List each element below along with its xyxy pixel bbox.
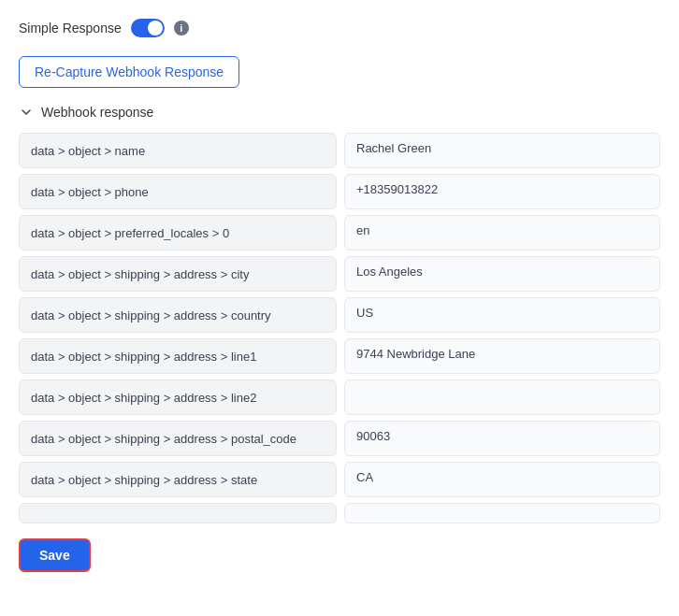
field-key: data > object > phone [19, 174, 337, 209]
simple-response-toggle[interactable] [131, 19, 165, 37]
table-row: data > object > shipping > address > sta… [19, 462, 660, 497]
field-value[interactable] [344, 462, 660, 497]
field-key: data > object > shipping > address > lin… [19, 380, 337, 415]
field-key: data > object > shipping > address > sta… [19, 462, 337, 497]
table-row: data > object > shipping > address > cit… [19, 256, 660, 292]
recapture-webhook-button[interactable]: Re-Capture Webhook Response [19, 56, 239, 88]
fields-container: data > object > namedata > object > phon… [19, 133, 660, 523]
save-section: Save [19, 538, 660, 572]
save-button[interactable]: Save [19, 538, 91, 572]
field-key: data > object > shipping > address > lin… [19, 338, 337, 374]
field-value[interactable] [344, 297, 660, 333]
table-row [19, 503, 660, 523]
field-value[interactable] [344, 421, 660, 456]
webhook-title: Webhook response [41, 105, 153, 120]
webhook-section: Webhook response data > object > namedat… [19, 105, 660, 523]
table-row: data > object > name [19, 133, 660, 168]
table-row: data > object > shipping > address > cou… [19, 297, 660, 333]
field-key: data > object > shipping > address > cou… [19, 297, 337, 333]
table-row: data > object > shipping > address > lin… [19, 380, 660, 415]
table-row: data > object > preferred_locales > 0 [19, 215, 660, 251]
top-bar: Simple Response i [19, 19, 660, 37]
field-value[interactable] [344, 338, 660, 374]
field-value[interactable] [344, 174, 660, 209]
simple-response-label: Simple Response [19, 21, 122, 36]
field-value[interactable] [344, 215, 660, 251]
chevron-down-icon [19, 105, 34, 120]
field-key [19, 503, 337, 523]
field-key: data > object > name [19, 133, 337, 168]
field-key: data > object > shipping > address > cit… [19, 256, 337, 292]
info-icon[interactable]: i [174, 21, 189, 36]
table-row: data > object > shipping > address > pos… [19, 421, 660, 456]
field-key: data > object > preferred_locales > 0 [19, 215, 337, 251]
webhook-header[interactable]: Webhook response [19, 105, 660, 120]
field-value[interactable] [344, 503, 660, 523]
table-row: data > object > phone [19, 174, 660, 209]
field-value[interactable] [344, 256, 660, 292]
field-key: data > object > shipping > address > pos… [19, 421, 337, 456]
field-value[interactable] [344, 380, 660, 415]
field-value[interactable] [344, 133, 660, 168]
table-row: data > object > shipping > address > lin… [19, 338, 660, 374]
